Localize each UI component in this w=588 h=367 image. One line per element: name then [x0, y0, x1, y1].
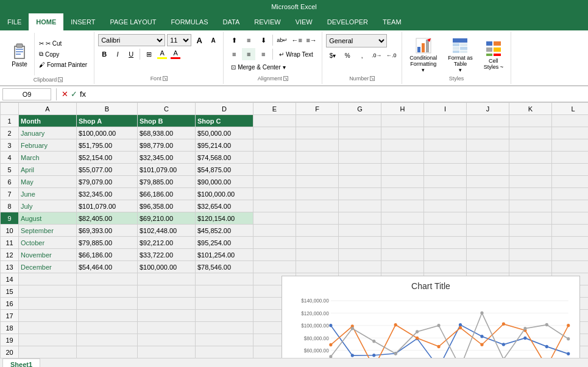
row-header-11[interactable]: 11: [1, 237, 19, 249]
cell-L1[interactable]: [552, 115, 589, 127]
cell-F1[interactable]: [296, 115, 339, 127]
row-header-15[interactable]: 15: [1, 285, 19, 298]
cell-K1[interactable]: [509, 115, 552, 127]
cell-G2[interactable]: [339, 127, 381, 139]
cell-J4[interactable]: [467, 152, 509, 164]
align-left-button[interactable]: ≡: [227, 48, 241, 60]
formula-input[interactable]: [88, 88, 586, 100]
cell-C11[interactable]: $92,212.00: [138, 237, 196, 249]
indent-increase-button[interactable]: ≡→: [305, 34, 318, 46]
cell-L11[interactable]: [552, 237, 589, 249]
cell-L13[interactable]: [552, 261, 589, 273]
formula-confirm-icon[interactable]: ✓: [71, 89, 77, 99]
cell-E1[interactable]: [253, 115, 296, 127]
row-header-7[interactable]: 7: [1, 188, 19, 200]
cell-E9[interactable]: [253, 212, 296, 225]
font-expand-icon[interactable]: ↘: [163, 76, 168, 81]
cell-A17[interactable]: [19, 310, 77, 322]
indent-decrease-button[interactable]: ←≡: [290, 34, 303, 46]
ribbon-tab-formulas[interactable]: FORMULAS: [163, 13, 215, 30]
cell-H4[interactable]: [381, 152, 424, 164]
cell-C8[interactable]: $96,358.00: [138, 200, 196, 212]
percent-button[interactable]: %: [341, 49, 354, 61]
cell-C18[interactable]: [138, 322, 196, 334]
col-header-c[interactable]: C: [138, 103, 196, 115]
cell-J3[interactable]: [467, 139, 509, 152]
row-header-5[interactable]: 5: [1, 164, 19, 176]
cell-A9[interactable]: August: [19, 212, 77, 225]
cell-B18[interactable]: [77, 322, 138, 334]
ribbon-tab-data[interactable]: DATA: [216, 13, 247, 30]
cell-F6[interactable]: [296, 176, 339, 188]
col-header-g[interactable]: G: [339, 103, 381, 115]
bold-button[interactable]: B: [98, 48, 110, 60]
cell-H5[interactable]: [381, 164, 424, 176]
cell-I13[interactable]: [424, 261, 467, 273]
increase-decimal-button[interactable]: .0→: [370, 49, 383, 61]
formula-cancel-icon[interactable]: ✕: [62, 89, 68, 99]
cell-G12[interactable]: [339, 249, 381, 261]
cell-K4[interactable]: [509, 152, 552, 164]
cell-A11[interactable]: October: [19, 237, 77, 249]
cell-J9[interactable]: [467, 212, 509, 225]
row-header-17[interactable]: 17: [1, 310, 19, 322]
cell-I11[interactable]: [424, 237, 467, 249]
cell-K10[interactable]: [509, 225, 552, 237]
cell-D6[interactable]: $90,000.00: [196, 176, 253, 188]
align-top-button[interactable]: ⬆: [227, 34, 241, 46]
cell-H2[interactable]: [381, 127, 424, 139]
cell-F3[interactable]: [296, 139, 339, 152]
cell-H7[interactable]: [381, 188, 424, 200]
cell-B1[interactable]: Shop A: [77, 115, 138, 127]
row-header-2[interactable]: 2: [1, 127, 19, 139]
merge-center-button[interactable]: ⊡ Merge & Center ▾: [227, 62, 289, 72]
cell-J8[interactable]: [467, 200, 509, 212]
cell-J5[interactable]: [467, 164, 509, 176]
cell-I10[interactable]: [424, 225, 467, 237]
col-header-b[interactable]: B: [77, 103, 138, 115]
col-header-j[interactable]: J: [467, 103, 509, 115]
cell-C10[interactable]: $102,448.00: [138, 225, 196, 237]
cell-F5[interactable]: [296, 164, 339, 176]
cell-K13[interactable]: [509, 261, 552, 273]
cell-F10[interactable]: [296, 225, 339, 237]
italic-button[interactable]: I: [112, 48, 124, 60]
decrease-font-button[interactable]: A: [207, 34, 219, 46]
cell-F7[interactable]: [296, 188, 339, 200]
cell-D2[interactable]: $50,000.00: [196, 127, 253, 139]
cell-C15[interactable]: [138, 285, 196, 298]
cell-L12[interactable]: [552, 249, 589, 261]
cut-button[interactable]: ✂ ✂ Cut: [37, 39, 89, 48]
cell-A19[interactable]: [19, 334, 77, 346]
cell-E4[interactable]: [253, 152, 296, 164]
ribbon-tab-developer[interactable]: DEVELOPER: [320, 13, 375, 30]
cell-E6[interactable]: [253, 176, 296, 188]
cell-I4[interactable]: [424, 152, 467, 164]
cell-E5[interactable]: [253, 164, 296, 176]
cell-D4[interactable]: $74,568.00: [196, 152, 253, 164]
cell-J6[interactable]: [467, 176, 509, 188]
cell-E11[interactable]: [253, 237, 296, 249]
cell-A18[interactable]: [19, 322, 77, 334]
cell-H9[interactable]: [381, 212, 424, 225]
row-header-3[interactable]: 3: [1, 139, 19, 152]
cell-C14[interactable]: [138, 273, 196, 285]
cell-C7[interactable]: $66,186.00: [138, 188, 196, 200]
cell-K8[interactable]: [509, 200, 552, 212]
ribbon-tab-page-layout[interactable]: PAGE LAYOUT: [102, 13, 163, 30]
cell-L3[interactable]: [552, 139, 589, 152]
cell-A10[interactable]: September: [19, 225, 77, 237]
cell-D7[interactable]: $100,000.00: [196, 188, 253, 200]
cell-C6[interactable]: $79,885.00: [138, 176, 196, 188]
alignment-expand-icon[interactable]: ↘: [283, 76, 288, 81]
cell-I9[interactable]: [424, 212, 467, 225]
cell-D12[interactable]: $101,254.00: [196, 249, 253, 261]
cell-A2[interactable]: January: [19, 127, 77, 139]
cell-B4[interactable]: $52,154.00: [77, 152, 138, 164]
cell-D18[interactable]: [196, 322, 253, 334]
number-format-select[interactable]: General: [326, 34, 387, 47]
cell-I3[interactable]: [424, 139, 467, 152]
cell-D19[interactable]: [196, 334, 253, 346]
cell-C9[interactable]: $69,210.00: [138, 212, 196, 225]
cell-B17[interactable]: [77, 310, 138, 322]
